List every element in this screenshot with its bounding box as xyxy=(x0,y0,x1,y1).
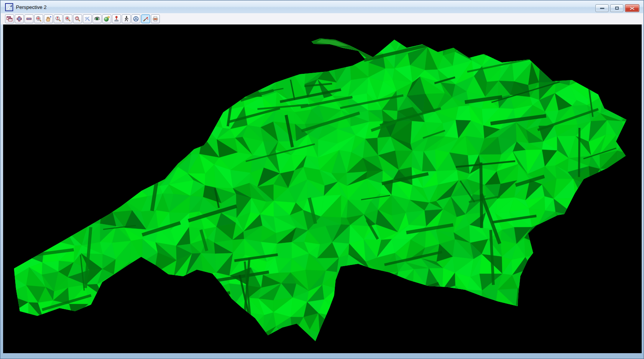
close-button[interactable] xyxy=(625,4,639,12)
zoom-in-out-button[interactable] xyxy=(54,14,63,23)
printer-icon xyxy=(152,16,159,22)
rotate-view-button[interactable] xyxy=(73,14,82,23)
camera-settings-button[interactable] xyxy=(93,14,102,23)
restore-button[interactable] xyxy=(610,4,623,12)
eye-icon xyxy=(94,16,100,22)
view-dialog-icon xyxy=(6,16,13,22)
walking-person-icon xyxy=(123,16,130,22)
update-view-button[interactable] xyxy=(141,14,150,23)
titlebar[interactable]: Perspective 2 xyxy=(1,1,643,13)
window-area-icon xyxy=(35,16,42,22)
navigate-view-button[interactable] xyxy=(131,14,140,23)
joystick-icon xyxy=(113,16,120,22)
pan-view-button[interactable] xyxy=(44,14,53,23)
restore-icon xyxy=(615,7,619,10)
window-area-button[interactable] xyxy=(34,14,43,23)
zoom-in-icon xyxy=(16,16,23,22)
zoom-in-out-icon xyxy=(55,16,61,22)
zoom-out-button[interactable] xyxy=(24,14,33,23)
viewport[interactable] xyxy=(3,24,642,353)
fit-view-icon xyxy=(65,16,71,22)
view-joystick-button[interactable] xyxy=(112,14,121,23)
minimize-button[interactable] xyxy=(595,4,609,12)
fit-view-button[interactable] xyxy=(63,14,72,23)
walk-button[interactable] xyxy=(122,14,131,23)
paintbrush-icon xyxy=(142,16,149,22)
perspective-window: Perspective 2 xyxy=(0,0,644,359)
pan-hand-icon xyxy=(45,16,52,22)
close-icon xyxy=(630,6,635,10)
crossed-arrows-icon xyxy=(84,16,91,22)
terrain-render xyxy=(3,24,642,353)
window-title: Perspective 2 xyxy=(16,4,47,10)
zoom-in-button[interactable] xyxy=(15,14,24,23)
view-toolbar xyxy=(1,13,643,24)
steering-wheel-icon xyxy=(133,16,139,22)
render-mode-button[interactable] xyxy=(102,14,111,23)
window-controls xyxy=(595,4,639,12)
road-perspective-icon xyxy=(5,3,13,11)
minimize-icon xyxy=(600,8,604,9)
view-previous-button[interactable] xyxy=(83,14,92,23)
globe-icon xyxy=(103,16,110,22)
zoom-out-icon xyxy=(26,16,32,22)
rotate-view-icon xyxy=(74,16,81,22)
copy-view-button[interactable] xyxy=(151,14,160,23)
view-dialog-button[interactable] xyxy=(5,14,14,23)
